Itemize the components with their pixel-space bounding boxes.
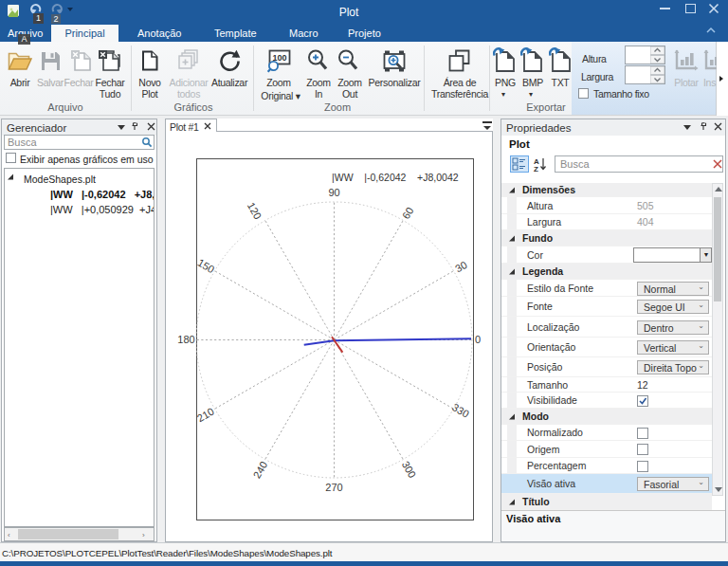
svg-text:240: 240: [251, 460, 270, 481]
svg-text:210: 210: [195, 406, 216, 425]
svg-text:|WW |-0,62042 +J8,0042: |WW |-0,62042 +J8,0042: [332, 172, 459, 183]
svg-text:90: 90: [328, 187, 339, 198]
svg-text:Z: Z: [534, 165, 538, 173]
svg-text:300: 300: [400, 459, 419, 480]
svg-text:270: 270: [325, 482, 342, 493]
svg-text:0: 0: [475, 334, 481, 345]
svg-text:180: 180: [177, 334, 194, 345]
svg-text:60: 60: [400, 205, 416, 221]
svg-text:150: 150: [195, 257, 216, 276]
svg-text:330: 330: [450, 401, 471, 420]
svg-text:120: 120: [246, 200, 264, 221]
svg-text:30: 30: [453, 259, 469, 275]
